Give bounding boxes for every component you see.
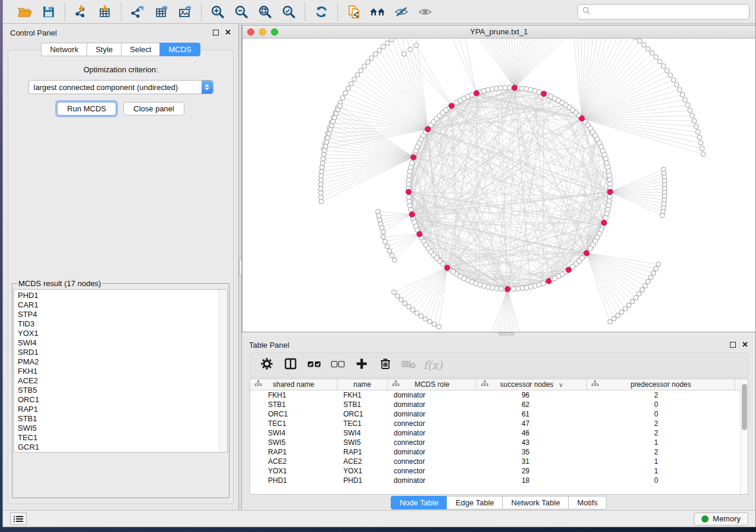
- mcds-hub-node[interactable]: [566, 267, 571, 273]
- table-scrollbar[interactable]: [740, 379, 748, 494]
- hide-selected-button[interactable]: [391, 3, 412, 21]
- tab-style[interactable]: Style: [87, 43, 121, 56]
- first-neighbors-button[interactable]: [368, 3, 388, 21]
- tab-select[interactable]: Select: [121, 43, 160, 56]
- mcds-result-item[interactable]: SWI5: [18, 424, 219, 433]
- mcds-hub-node[interactable]: [474, 91, 479, 96]
- mcds-hub-node[interactable]: [541, 91, 547, 97]
- mcds-result-item[interactable]: TID3: [18, 319, 219, 329]
- zoom-selected-button[interactable]: [279, 3, 299, 21]
- table-row[interactable]: YOX1YOX1connector291: [250, 466, 740, 476]
- table-row[interactable]: ACE2ACE2connector311: [250, 457, 740, 466]
- task-history-button[interactable]: [10, 512, 27, 525]
- mcds-result-item[interactable]: ORC1: [18, 395, 219, 405]
- mcds-hub-node[interactable]: [449, 103, 454, 108]
- table-float-panel-icon[interactable]: [730, 342, 736, 348]
- zoom-fit-button[interactable]: [255, 3, 275, 21]
- mcds-result-item[interactable]: STP4: [18, 310, 219, 319]
- table-row[interactable]: STB1STB1dominator620: [250, 400, 740, 409]
- search-input[interactable]: [594, 7, 745, 16]
- duplicate-network-button[interactable]: [344, 3, 364, 21]
- float-panel-icon[interactable]: [213, 30, 219, 36]
- result-list-scrollbar[interactable]: [219, 290, 227, 452]
- mcds-hub-node[interactable]: [417, 232, 422, 237]
- mcds-result-item[interactable]: FKH1: [18, 367, 219, 376]
- table-row[interactable]: PHD1PHD1dominator180: [250, 476, 740, 485]
- zoom-out-button[interactable]: [231, 3, 251, 21]
- mcds-hub-node[interactable]: [607, 189, 613, 194]
- mcds-result-item[interactable]: CAR1: [18, 300, 219, 310]
- mcds-hub-node[interactable]: [411, 155, 416, 160]
- show-all-button[interactable]: [415, 3, 435, 21]
- mcds-hub-node[interactable]: [546, 278, 551, 284]
- column-header-MCDS-role[interactable]: MCDS role: [388, 379, 477, 390]
- show-columns-button[interactable]: [280, 355, 301, 374]
- table-tab-edge-table[interactable]: Edge Table: [446, 496, 502, 509]
- table-splitter[interactable]: [242, 332, 755, 336]
- select-all-columns-button[interactable]: [304, 355, 325, 374]
- tab-network[interactable]: Network: [41, 43, 87, 56]
- import-network-button[interactable]: [71, 3, 91, 21]
- tab-mcds[interactable]: MCDS: [160, 43, 200, 56]
- table-close-panel-icon[interactable]: ✕: [742, 342, 748, 348]
- mcds-result-list[interactable]: PHD1CAR1STP4TID3YOX1SWI4SRD1PMA2FKH1ACE2…: [14, 289, 228, 453]
- mcds-result-item[interactable]: TEC1: [18, 433, 219, 443]
- import-table-button[interactable]: [95, 3, 115, 21]
- close-panel-button[interactable]: Close panel: [123, 102, 184, 116]
- table-tab-network-table[interactable]: Network Table: [502, 496, 568, 509]
- mcds-hub-node[interactable]: [512, 85, 517, 91]
- mcds-hub-node[interactable]: [579, 116, 585, 121]
- mcds-hub-node[interactable]: [601, 220, 607, 226]
- mcds-result-item[interactable]: STB5: [18, 386, 219, 395]
- open-folder-button[interactable]: [15, 3, 35, 21]
- table-row[interactable]: FKH1FKH1dominator962: [250, 390, 740, 400]
- table-row[interactable]: RAP1RAP1dominator352: [250, 447, 740, 457]
- save-button[interactable]: [39, 3, 59, 21]
- mcds-result-item[interactable]: ACE2: [18, 376, 219, 386]
- sort-menu-icon[interactable]: ∨: [559, 382, 563, 388]
- table-row[interactable]: ORC1ORC1dominator610: [250, 409, 740, 419]
- table-splitter-grip-icon[interactable]: [499, 332, 514, 335]
- deselect-all-columns-button[interactable]: [327, 355, 349, 374]
- refresh-button[interactable]: [311, 3, 331, 21]
- delete-column-button[interactable]: [375, 355, 396, 374]
- optimization-criterion-select[interactable]: largest connected component (undirected): [28, 80, 213, 94]
- table-tab-motifs[interactable]: Motifs: [568, 496, 607, 509]
- mcds-hub-node[interactable]: [425, 127, 430, 132]
- mcds-result-item[interactable]: GCR1: [18, 443, 219, 452]
- export-image-button[interactable]: [175, 3, 195, 21]
- mcds-result-item[interactable]: SWI4: [18, 338, 219, 348]
- column-header-shared-name[interactable]: shared name: [250, 379, 337, 390]
- mcds-result-item[interactable]: RAP1: [18, 405, 219, 414]
- splitter-grip-icon[interactable]: [239, 259, 242, 275]
- export-table-button[interactable]: [151, 3, 171, 21]
- mcds-hub-node[interactable]: [445, 265, 450, 270]
- mcds-hub-node[interactable]: [584, 251, 589, 256]
- mcds-hub-node[interactable]: [505, 286, 510, 291]
- table-row[interactable]: SWI4SWI4dominator462: [250, 428, 740, 438]
- network-canvas[interactable]: [243, 39, 755, 332]
- run-mcds-button[interactable]: Run MCDS: [57, 102, 116, 116]
- table-settings-button[interactable]: [256, 355, 277, 374]
- table-row[interactable]: TEC1TEC1connector472: [250, 419, 740, 428]
- mcds-result-item[interactable]: STB1: [18, 414, 219, 424]
- column-header-name[interactable]: name: [337, 379, 388, 390]
- column-header-predecessor-nodes[interactable]: predecessor nodes: [587, 379, 735, 390]
- close-panel-icon[interactable]: ✕: [225, 30, 231, 36]
- zoom-in-button[interactable]: [208, 3, 228, 21]
- search-box[interactable]: [578, 4, 749, 20]
- mcds-result-item[interactable]: YOX1: [18, 329, 219, 338]
- table-tab-node-table[interactable]: Node Table: [391, 496, 447, 509]
- column-header-successor-nodes[interactable]: successor nodes∨: [477, 379, 587, 390]
- panel-splitter[interactable]: [238, 24, 242, 510]
- mcds-hub-node[interactable]: [409, 211, 414, 217]
- export-network-button[interactable]: [127, 3, 148, 21]
- create-column-button[interactable]: [351, 355, 372, 374]
- mcds-hub-node[interactable]: [406, 189, 412, 194]
- table-scrollbar-thumb[interactable]: [742, 384, 747, 430]
- mcds-result-item[interactable]: PHD1: [18, 291, 219, 300]
- mcds-result-item[interactable]: PMA2: [18, 357, 219, 367]
- table-row[interactable]: SWI5SWI5connector431: [250, 438, 740, 447]
- mcds-result-item[interactable]: SRD1: [18, 348, 219, 357]
- memory-button[interactable]: Memory: [694, 512, 748, 525]
